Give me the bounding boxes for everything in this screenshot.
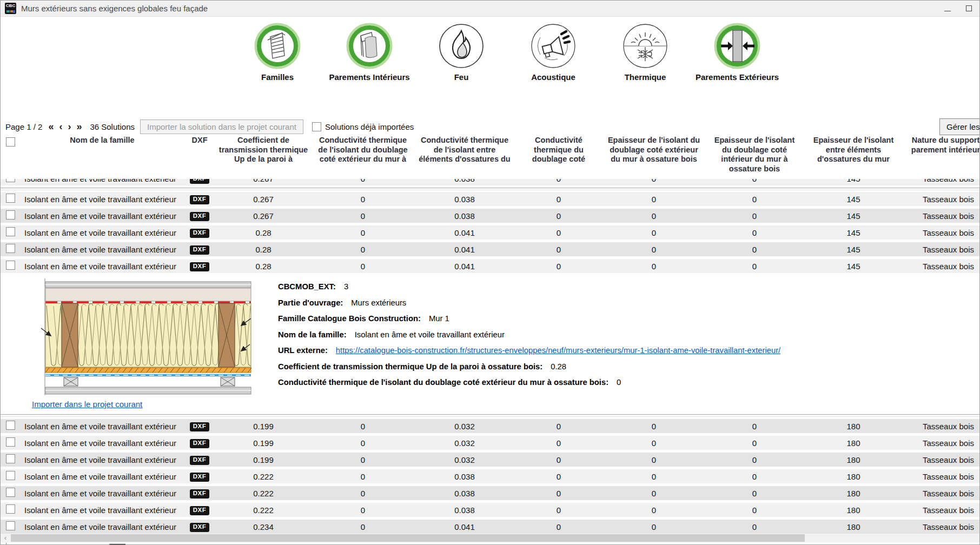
dxf-badge[interactable]: DXF	[190, 195, 210, 204]
import-solution-button[interactable]: Importer la solution dans le projet cour…	[140, 119, 303, 134]
row-checkbox[interactable]	[6, 471, 15, 480]
row-checkbox[interactable]	[6, 227, 15, 236]
value-cell: 0	[312, 438, 414, 448]
value-cell: 0.199	[215, 455, 312, 464]
tab-parements-interieurs[interactable]: Parements Intérieurs	[323, 22, 415, 82]
dxf-badge[interactable]: DXF	[190, 179, 210, 184]
value-cell: 180	[803, 438, 904, 448]
minimize-button[interactable]	[944, 4, 951, 14]
row-checkbox[interactable]	[6, 504, 15, 514]
family-name-cell: Isolant en âme et voile travaillant exté…	[14, 543, 109, 545]
value-cell: 0.032	[414, 422, 515, 431]
row-checkbox[interactable]	[6, 261, 15, 270]
select-all-checkbox[interactable]	[6, 137, 15, 147]
row-checkbox[interactable]	[6, 210, 15, 220]
row-checkbox[interactable]	[6, 521, 15, 530]
manage-columns-button[interactable]: Gérer les co	[939, 118, 980, 135]
table-row[interactable]: Isolant en âme et voile travaillant exté…	[1, 453, 980, 467]
maximize-button[interactable]	[966, 4, 972, 14]
row-checkbox[interactable]	[6, 437, 15, 447]
previous-page-button[interactable]: ‹	[59, 122, 62, 131]
value-cell: 180	[803, 422, 904, 431]
table-row[interactable]: Isolant en âme et voile travaillant exté…	[1, 225, 980, 240]
value-cell: 145	[803, 195, 904, 204]
horizontal-scrollbar[interactable]: ‹	[1, 534, 980, 542]
value-cell: 0	[312, 262, 414, 271]
import-current-project-link[interactable]: Importer dans le projet courant	[32, 400, 142, 409]
table-row[interactable]: Isolant en âme et voile travaillant exté…	[1, 242, 980, 256]
row-checkbox[interactable]	[6, 244, 15, 253]
value-cell: 180	[803, 455, 904, 464]
dxf-badge[interactable]: DXF	[190, 523, 210, 532]
row-checkbox[interactable]	[6, 488, 15, 497]
app-window: CBC Murs extérieurs sans exigences globa…	[0, 0, 980, 545]
row-checkbox-cell	[1, 210, 20, 221]
value-cell: 0.032	[414, 438, 515, 448]
table-row[interactable]: Isolant en âme et voile travaillant exté…	[1, 436, 980, 450]
column-header[interactable]: Conductivité thermique du doublage coté	[515, 136, 602, 164]
table-row[interactable]: Isolant en âme et voile travaillant exté…	[1, 469, 980, 483]
dxf-badge[interactable]: DXF	[190, 212, 210, 221]
column-header[interactable]: Epaisseur de l'isolant entre éléments d'…	[803, 136, 904, 164]
column-header[interactable]: Conductivité thermique de l'isolant du d…	[312, 136, 414, 164]
table-row[interactable]: Isolant en âme et voile travaillant exté…	[1, 259, 980, 273]
scroll-left-button[interactable]: ‹	[1, 534, 10, 542]
already-imported-checkbox[interactable]	[312, 122, 321, 131]
last-page-button[interactable]: »	[76, 122, 82, 131]
column-header[interactable]: Epaisseur de l'isolant du doublage coté …	[706, 136, 803, 174]
table-row[interactable]: Isolant en âme et voile travaillant exté…	[1, 209, 980, 223]
value-cell: 180	[458, 543, 515, 545]
value-cell: 0.041	[414, 228, 515, 237]
table-row[interactable]: Isolant en âme et voile travaillant exté…	[1, 192, 980, 206]
dxf-badge[interactable]: DXF	[190, 262, 210, 271]
row-checkbox[interactable]	[6, 454, 15, 463]
row-checkbox[interactable]	[6, 421, 15, 430]
support-cell: Tasseaux bois	[904, 228, 980, 237]
column-header[interactable]: Coefficient de transmission thermique Up…	[215, 136, 312, 164]
tab-thermique[interactable]: Thermique	[599, 22, 691, 82]
column-header[interactable]: Nature du support parement intérieur	[904, 136, 980, 155]
dxf-badge[interactable]: DXF	[190, 229, 210, 238]
row-checkbox-cell	[1, 454, 20, 465]
table-row[interactable]: Isolant en âme et voile travaillant exté…	[1, 179, 980, 185]
dxf-badge[interactable]: DXF	[190, 422, 210, 431]
dxf-badge[interactable]: DXF	[190, 489, 210, 499]
table-row[interactable]: Isolant en âme et voile travaillant exté…	[1, 486, 980, 500]
tab-familles[interactable]: Familles	[231, 22, 323, 82]
table-row[interactable]: Isolant en âme et voile travaillant exté…	[1, 520, 980, 534]
dxf-badge[interactable]: DXF	[190, 473, 210, 482]
dxf-badge[interactable]: DXF	[190, 456, 210, 465]
value-cell: 0.041	[414, 245, 515, 254]
value-cell: 0	[312, 228, 414, 237]
tab-acoustique[interactable]: Acoustique	[507, 22, 599, 82]
dxf-badge[interactable]: DXF	[190, 439, 210, 448]
tab-parements-exterieurs[interactable]: Parements Extérieurs	[691, 22, 783, 82]
external-url-link[interactable]: https://catalogue-bois-construction.fr/s…	[336, 346, 780, 355]
scrollbar-thumb[interactable]	[11, 534, 805, 542]
row-checkbox[interactable]	[6, 194, 15, 203]
column-header[interactable]: Epaisseur de l'isolant du doublage coté …	[602, 136, 706, 164]
parements-interieurs-icon	[346, 22, 393, 70]
value-cell: 180	[803, 522, 904, 531]
minimize-icon	[944, 11, 951, 11]
value-cell: 0	[312, 422, 414, 431]
row-checkbox[interactable]	[6, 543, 14, 545]
value-cell: 0	[602, 179, 706, 183]
value-cell: 180	[803, 506, 904, 515]
value-cell: 0.038	[414, 506, 515, 515]
next-page-button[interactable]: ›	[68, 122, 71, 131]
first-page-button[interactable]: «	[48, 122, 54, 131]
value-cell: 0	[295, 543, 344, 545]
table-row[interactable]: Isolant en âme et voile travaillant exté…	[1, 503, 980, 517]
table-row[interactable]: Isolant en âme et voile travaillant exté…	[1, 543, 595, 545]
support-cell: Tasseaux bois	[904, 489, 980, 498]
column-header[interactable]: Conductivité thermique de l'isolant entr…	[414, 136, 515, 164]
value-cell: 0	[515, 438, 602, 448]
dxf-badge[interactable]: DXF	[190, 245, 210, 255]
table-row[interactable]: Isolant en âme et voile travaillant exté…	[1, 419, 980, 433]
column-header[interactable]: Nom de la famille	[20, 136, 184, 145]
dxf-badge[interactable]: DXF	[190, 506, 210, 515]
row-checkbox[interactable]	[6, 179, 15, 182]
tab-feu[interactable]: Feu	[415, 22, 507, 82]
column-header[interactable]: DXF	[184, 136, 215, 145]
